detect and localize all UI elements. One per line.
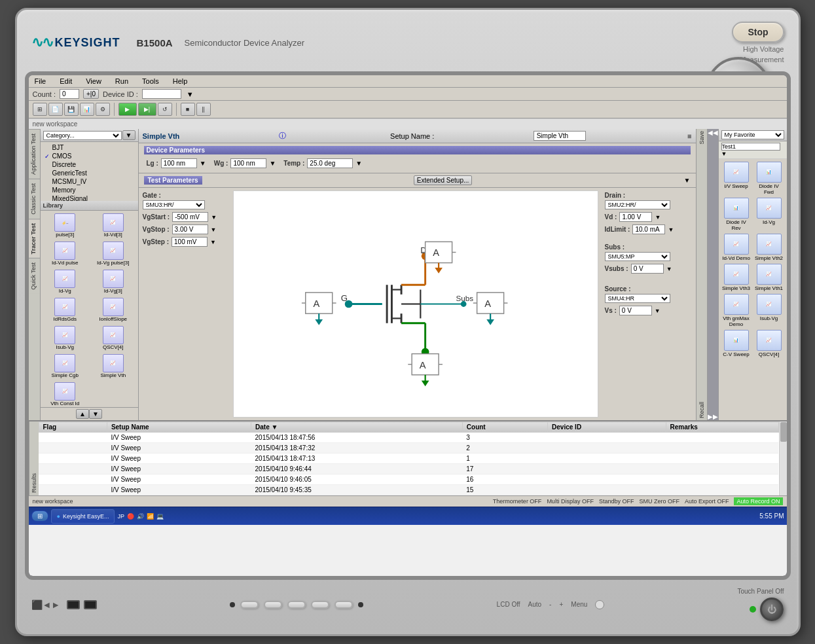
btn-5[interactable] bbox=[335, 601, 353, 609]
vsubs-dropdown[interactable]: ▼ bbox=[666, 266, 672, 272]
vsubs-input[interactable] bbox=[631, 264, 664, 274]
collapse-arrow-icon[interactable]: ▶▶ bbox=[708, 413, 718, 420]
category-cmos[interactable]: CMOS bbox=[42, 152, 137, 160]
lib-item-vthconstid[interactable]: 📈 Vth Const Id bbox=[42, 381, 89, 407]
fav-id-vg[interactable]: 📈 Id-Vg bbox=[754, 198, 784, 231]
results-scrollbar[interactable] bbox=[779, 421, 787, 495]
temp-input[interactable] bbox=[307, 158, 353, 168]
menu-help[interactable]: Help bbox=[171, 77, 190, 86]
col-setup-name[interactable]: Setup Name bbox=[107, 422, 251, 433]
usb-port-1[interactable] bbox=[67, 600, 80, 609]
wg-dropdown-icon[interactable]: ▼ bbox=[269, 160, 276, 167]
fav-simple-vth2[interactable]: 📈 Simple Vth2 bbox=[754, 234, 784, 261]
table-row[interactable]: I/V Sweep 2015/04/13 18:47:56 3 bbox=[39, 433, 778, 443]
fav-diode-fwd[interactable]: 📊 Diode IV Fwd bbox=[754, 162, 784, 195]
recall-label[interactable]: Recall bbox=[697, 400, 707, 420]
category-bjt[interactable]: BJT bbox=[42, 143, 137, 152]
lib-item-simplecgb[interactable]: 📈 Simple Cgb bbox=[42, 353, 89, 380]
start-button[interactable]: ⊞ bbox=[31, 510, 48, 522]
category-mixed[interactable]: MixedSignal bbox=[42, 194, 137, 201]
menu-file[interactable]: File bbox=[33, 77, 48, 86]
stop-button[interactable]: Stop bbox=[732, 22, 784, 43]
lib-item-idrds[interactable]: 📈 IdRdsGds bbox=[42, 296, 89, 323]
category-memory[interactable]: Memory bbox=[42, 186, 137, 194]
idlimit-dropdown[interactable]: ▼ bbox=[668, 226, 674, 233]
tab-tracer-test[interactable]: Tracer Test bbox=[29, 219, 40, 258]
favorites-select[interactable]: My Favorite bbox=[721, 130, 784, 139]
vgstep-input[interactable] bbox=[172, 237, 208, 247]
vd-input[interactable] bbox=[619, 212, 652, 222]
category-expand-icon[interactable]: ▼ bbox=[122, 130, 136, 140]
expand-arrow-icon[interactable]: ◀◀ bbox=[708, 129, 718, 136]
run-button[interactable]: ▶ bbox=[118, 103, 137, 116]
table-row[interactable]: I/V Sweep 2015/04/13 18:47:13 1 bbox=[39, 454, 778, 464]
count-reset-button[interactable]: +|0 bbox=[83, 89, 99, 99]
count-input[interactable] bbox=[60, 89, 79, 99]
lib-item-pulse3[interactable]: ⚡~ pulse[3] bbox=[42, 212, 89, 239]
btn-2[interactable] bbox=[264, 601, 282, 609]
category-mcsmu[interactable]: MCSMU_IV bbox=[42, 177, 137, 186]
lib-item-isubvg[interactable]: 📈 Isub-Vg bbox=[42, 325, 89, 351]
fav-diode-rev[interactable]: 📊 Diode IV Rev bbox=[721, 198, 752, 231]
fav-isub-vg[interactable]: 📈 Isub-Vg bbox=[754, 294, 784, 327]
gate-smu-select[interactable]: SMU3:HR/ bbox=[143, 200, 205, 209]
btn-1[interactable] bbox=[240, 601, 259, 609]
fav-cv-sweep[interactable]: 📊 C-V Sweep bbox=[721, 330, 752, 357]
fav-iv-sweep-1[interactable]: 📈 I/V Sweep bbox=[721, 162, 752, 195]
toolbar-icon-2[interactable]: 📄 bbox=[48, 103, 63, 116]
lg-input[interactable] bbox=[161, 158, 197, 168]
menu-edit[interactable]: Edit bbox=[58, 77, 74, 86]
vgstart-dropdown[interactable]: ▼ bbox=[211, 214, 217, 221]
wg-input[interactable] bbox=[230, 158, 266, 168]
btn-3[interactable] bbox=[287, 601, 306, 609]
favorites-group-dropdown[interactable]: ▼ bbox=[721, 151, 727, 157]
tab-quick-test[interactable]: Quick Test bbox=[29, 258, 40, 294]
power-button[interactable]: ⏻ bbox=[760, 598, 784, 621]
toolbar-icon-1[interactable]: ⊞ bbox=[33, 103, 47, 116]
subs-smu-select[interactable]: SMU5:MP bbox=[605, 252, 670, 261]
save-label[interactable]: Save bbox=[697, 129, 707, 147]
category-select[interactable]: Category... bbox=[43, 131, 122, 140]
lg-dropdown-icon[interactable]: ▼ bbox=[200, 160, 206, 167]
vgstart-input[interactable] bbox=[172, 212, 208, 222]
col-flag[interactable]: Flag bbox=[39, 422, 107, 433]
vs-dropdown[interactable]: ▼ bbox=[655, 308, 661, 314]
vd-dropdown[interactable]: ▼ bbox=[655, 214, 661, 221]
menu-tools[interactable]: Tools bbox=[140, 77, 161, 86]
fav-idvd-demo[interactable]: 📈 Id-Vd Demo bbox=[721, 234, 752, 261]
toolbar-icon-3[interactable]: 💾 bbox=[64, 103, 79, 116]
results-tab[interactable]: Results bbox=[29, 421, 39, 495]
table-row[interactable]: I/V Sweep 2015/04/10 9:46:05 16 bbox=[39, 474, 778, 485]
setup-name-input[interactable] bbox=[534, 131, 586, 141]
stop-small-button[interactable]: ■ bbox=[181, 103, 195, 116]
temp-dropdown-icon[interactable]: ▼ bbox=[355, 160, 362, 167]
vgstop-input[interactable] bbox=[172, 224, 208, 234]
table-row[interactable]: I/V Sweep 2015/04/10 9:46:44 17 bbox=[39, 464, 778, 474]
pause-button[interactable]: || bbox=[196, 103, 211, 116]
fav-simple-vth3[interactable]: 📈 Simple Vth3 bbox=[721, 264, 752, 291]
setup-info-icon[interactable]: ⓘ bbox=[279, 131, 286, 141]
col-date[interactable]: Date ▼ bbox=[251, 422, 463, 433]
setup-menu-icon[interactable]: ≡ bbox=[687, 132, 691, 140]
fav-vth-gmmax[interactable]: 📈 Vth gmMax Demo bbox=[721, 294, 752, 327]
toolbar-icon-5[interactable]: ⚙ bbox=[96, 103, 110, 116]
extended-setup-button[interactable]: Extended Setup... bbox=[414, 175, 473, 185]
toolbar-icon-4[interactable]: 📊 bbox=[80, 103, 94, 116]
library-scroll-up[interactable]: ▲ bbox=[76, 409, 89, 419]
lib-item-simplevth[interactable]: 📈 Simple Vth bbox=[90, 353, 137, 380]
menu-run[interactable]: Run bbox=[113, 77, 130, 86]
device-id-input[interactable] bbox=[142, 89, 181, 99]
tab-application-test[interactable]: Application Test bbox=[29, 129, 40, 179]
btn-4[interactable] bbox=[311, 601, 329, 609]
table-row[interactable]: I/V Sweep 2015/04/13 18:47:32 2 bbox=[39, 443, 778, 454]
fav-simple-vth1[interactable]: 📈 Simple Vth1 bbox=[754, 264, 784, 291]
table-row[interactable]: I/V Sweep 2015/04/10 9:45:35 15 bbox=[39, 485, 778, 495]
fav-qscv4[interactable]: 📈 QSCV[4] bbox=[754, 330, 784, 357]
col-remarks[interactable]: Remarks bbox=[666, 422, 778, 433]
category-discrete[interactable]: Discrete bbox=[42, 160, 137, 169]
lib-item-ionoff[interactable]: 📈 IonIoffSlope bbox=[90, 296, 137, 323]
idlimit-input[interactable] bbox=[632, 224, 665, 234]
vgstep-dropdown[interactable]: ▼ bbox=[210, 239, 216, 245]
vgstop-dropdown[interactable]: ▼ bbox=[211, 226, 217, 233]
usb-port-2[interactable] bbox=[84, 600, 97, 609]
